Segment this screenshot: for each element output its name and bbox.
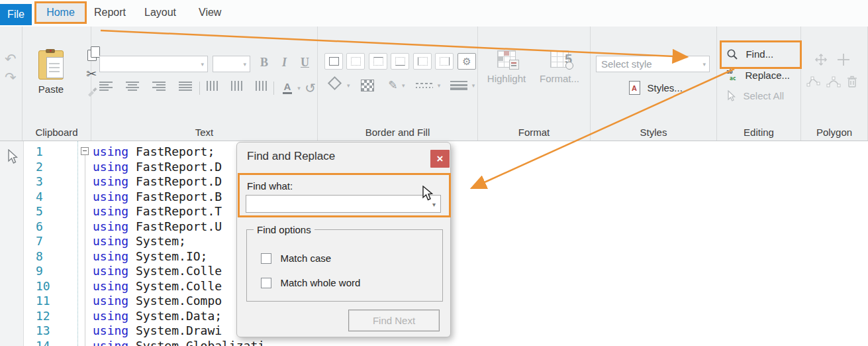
undo-icon[interactable]: ↶ [5,52,17,66]
find-options-label: Find options [254,224,314,235]
border-right-button[interactable] [435,53,454,70]
bezier-icon[interactable] [806,76,821,87]
line-number: 4 [36,190,43,203]
styles-button[interactable]: A Styles... [629,81,683,95]
cursor-arrow-icon [726,90,736,102]
fill-color-icon[interactable] [328,76,342,90]
font-color-bar [283,92,292,94]
group-label-format: Format [478,127,590,138]
group-label-polygon: Polygon [801,127,867,138]
group-label-clipboard: Clipboard [23,127,91,138]
border-settings-button[interactable]: ⚙ [458,53,476,70]
divider [273,82,274,95]
chevron-down-icon: ▾ [702,61,706,68]
match-whole-word-checkbox[interactable] [261,278,271,288]
border-bottom-button[interactable] [391,53,409,70]
line-number: 5 [36,204,43,218]
find-replace-dialog: Find and Replace × Find what: ▾ Find opt… [236,142,451,337]
chevron-down-icon[interactable]: ▾ [297,85,301,91]
font-size-combo[interactable]: ▾ [213,56,250,72]
find-what-input[interactable]: ▾ [246,195,441,213]
chevron-down-icon[interactable]: ▾ [472,82,475,89]
group-text: ▾ ▾ B I U [91,27,318,141]
align-left-icon[interactable] [99,82,113,91]
italic-button[interactable]: I [282,56,287,70]
paste-icon [38,50,64,80]
fill-pattern-icon[interactable] [361,80,374,91]
line-number: 12 [36,309,50,323]
line-width-icon[interactable] [450,81,467,90]
group-border-fill: ⚙ ▾ ✎ ▾ ▾ ▾ Border and Fill [318,27,478,141]
add-point-icon[interactable] [836,52,851,68]
trash-icon[interactable] [846,75,858,88]
select-all-button[interactable]: Select All [726,89,784,104]
rotate-text-icon[interactable]: ↺ [305,81,316,95]
tab-home[interactable]: Home [34,1,87,24]
gear-icon: ⚙ [462,56,471,66]
tab-report[interactable]: Report [94,7,126,21]
tab-layout[interactable]: Layout [144,7,176,21]
highlight-button[interactable]: Highlight [483,50,530,84]
select-tool-icon[interactable] [6,149,18,165]
tab-view[interactable]: View [199,7,221,21]
border-top-button[interactable] [369,53,387,70]
valign-middle-icon[interactable] [231,81,242,91]
line-number: 2 [36,160,43,174]
font-name-combo[interactable]: ▾ [99,56,208,72]
paste-label: Paste [30,84,72,95]
replace-icon-top: ab [726,70,733,75]
align-justify-icon[interactable] [179,82,192,91]
align-right-icon[interactable] [152,82,166,91]
tab-file[interactable]: File [0,4,32,25]
match-case-label: Match case [280,253,331,264]
curve-icon[interactable] [826,76,841,87]
group-undo-redo: ↶ ↷ [0,27,23,141]
line-color-icon[interactable]: ✎ [388,79,397,91]
line-number: 8 [36,249,43,263]
chevron-down-icon[interactable]: ▾ [402,82,405,89]
valign-top-icon[interactable] [207,81,218,91]
chevron-down-icon[interactable]: ▾ [432,201,436,208]
paste-button[interactable]: Paste [30,50,72,102]
move-point-icon[interactable] [813,52,829,68]
line-number: 7 [36,234,43,248]
line-number: 11 [36,294,50,308]
find-next-button[interactable]: Find Next [348,310,440,331]
chevron-down-icon[interactable]: ▾ [438,82,441,89]
replace-icon-bottom: ac [730,76,736,82]
select-style-combo[interactable]: Select style ▾ [596,56,710,72]
group-label-border: Border and Fill [318,127,477,138]
font-color-letter: A [281,82,293,91]
ribbon: ↶ ↷ Paste ✂ Clipboard [0,27,868,141]
font-color-button[interactable]: A [281,82,293,94]
replace-button[interactable]: ab ac Replace... [726,69,790,84]
divider [199,82,200,95]
group-polygon: Polygon [801,27,868,141]
select-style-placeholder: Select style [601,58,652,70]
bold-button[interactable]: B [260,56,268,70]
match-case-option[interactable]: Match case [261,252,331,264]
redo-icon[interactable]: ↷ [5,70,17,84]
find-what-label: Find what: [247,180,293,192]
line-style-icon[interactable] [416,82,433,89]
chevron-down-icon[interactable]: ▾ [347,82,350,89]
select-all-label: Select All [743,90,784,101]
align-center-icon[interactable] [126,82,139,91]
format-icon: 5 [550,50,569,68]
group-label-text: Text [91,127,317,138]
underline-button[interactable]: U [301,56,309,70]
close-button[interactable]: × [430,150,450,168]
group-label-editing: Editing [717,127,800,138]
code-line: 14using System.Globalizati [24,339,868,346]
match-whole-word-option[interactable]: Match whole word [261,276,360,288]
replace-label: Replace... [745,70,790,81]
border-all-button[interactable] [324,53,343,70]
border-none-button[interactable] [346,53,365,70]
clock-icon [565,62,573,70]
tool-strip [0,141,24,346]
format-button[interactable]: 5 Format... [536,50,583,84]
valign-bottom-icon[interactable] [256,81,267,91]
match-case-checkbox[interactable] [261,253,271,264]
find-button[interactable]: Find... [726,48,773,62]
border-left-button[interactable] [413,53,432,70]
